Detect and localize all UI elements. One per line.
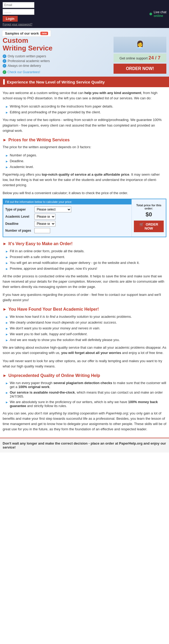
forgot-password-link[interactable]: Forgot your password?: [3, 23, 34, 26]
unprecedented-bullet-1: ► We run every paper through several pla…: [5, 380, 166, 390]
calc-order-button[interactable]: 🛒 ORDER NOW: [134, 221, 164, 232]
samples-bar: Samples of our work new: [2, 30, 51, 37]
easy-paragraph-1: All the order process is conducted onlin…: [3, 274, 166, 290]
login-form: Login Forgot your password?: [3, 2, 34, 26]
section-arrow-icon: ►: [3, 138, 7, 142]
red-bar-text: Experience the New Level of Writing Serv…: [7, 80, 105, 84]
service-bullets: ► Writing from scratch according to the …: [5, 104, 166, 115]
easy-arrow-3: ►: [5, 261, 8, 265]
type-of-paper-select[interactable]: Please select: [34, 207, 71, 212]
easy-arrow-2: ►: [5, 255, 8, 259]
online-badge: online: [154, 14, 166, 18]
calc-left: Fill out the information below to calcul…: [3, 199, 132, 237]
easy-arrow-1: ►: [5, 250, 8, 253]
cart-icon: 🛒: [139, 222, 144, 226]
easy-steps-list: ► Fill in an online order form, provide …: [5, 248, 166, 272]
unprecedented-arrow-icon: ►: [3, 373, 7, 378]
calc-label-deadline: Deadline: [5, 222, 34, 226]
hero-bullet-3: ✓ Always on-time delivery: [3, 63, 114, 68]
helper-bullet-4: ► We want you to feel safe, happy and se…: [5, 331, 166, 337]
hero-text: Custom Writing Service ✓ Only custom wri…: [3, 37, 114, 74]
hero-content: Custom Writing Service ✓ Only custom wri…: [0, 37, 169, 77]
order-now-button[interactable]: ORDER NOW!: [114, 64, 166, 74]
helper-arrow-3: ►: [5, 327, 8, 330]
samples-label: Samples of our work: [5, 31, 39, 35]
calc-total-price: $0: [145, 211, 152, 218]
guarantees-link[interactable]: ✓ Check our Guarantees!: [3, 70, 114, 74]
helper-section-title: ► You Have Found Your Best Academic Help…: [3, 307, 166, 312]
academic-level-select[interactable]: Please select: [34, 214, 55, 220]
easy-arrow-4: ►: [5, 267, 8, 271]
price-arrow-2: ►: [5, 160, 8, 163]
easy-step-2: ► Proceed with a safe online payment.: [5, 254, 166, 260]
hero-bullet-2: ✓ Professional academic writers: [3, 59, 114, 63]
easy-arrow-icon: ►: [3, 241, 7, 246]
hero-section: Samples of our work new Custom Writing S…: [0, 28, 169, 77]
helper-arrow-2: ►: [5, 321, 8, 325]
price-calculator: Fill out the information below to calcul…: [3, 199, 166, 237]
helper-arrow-4: ►: [5, 333, 8, 336]
helper-paragraph-1: We are talking about exclusive high-qual…: [3, 345, 166, 356]
easy-paragraph-2: If you have any questions regarding the …: [3, 292, 166, 303]
unprecedented-section-title: ► Unprecedented Quality of Online Writin…: [3, 373, 166, 378]
prices-paragraph-3: Below you will find a convenient calcula…: [3, 190, 166, 196]
header: Login Forgot your password? Live chat on…: [0, 0, 169, 28]
arrow-icon-1: ►: [5, 105, 8, 109]
cta-text: Don't wait any longer and make the corre…: [3, 441, 166, 449]
unprecedented-arrow-3: ►: [5, 400, 8, 404]
support-number: 24 / 7: [148, 55, 160, 60]
helper-bullet-3: ► We don't want you to waste your money …: [5, 325, 166, 331]
hero-bullet-1: ✓ Only custom written papers: [3, 54, 114, 59]
helper-bullet-1: ► We know how hard it is to find a trust…: [5, 314, 166, 320]
new-badge: new: [40, 32, 48, 35]
prices-intro: The price for the written assignment dep…: [3, 144, 166, 150]
check-icon-1: ✓: [3, 54, 6, 58]
price-factor-2: ► Deadline.: [5, 158, 166, 164]
easy-step-1: ► Fill in an online order form, provide …: [5, 248, 166, 254]
main-content: You are welcome at a custom writing serv…: [0, 87, 169, 438]
live-chat-label: Live chat: [154, 10, 166, 14]
helper-paragraph-2: You will never want to look for any othe…: [3, 358, 166, 369]
service-bullet-2: ► Editing and proofreading of the paper …: [5, 109, 166, 115]
hero-bullets: ✓ Only custom written papers ✓ Professio…: [3, 54, 114, 68]
helper-bullets-list: ► We know how hard it is to find a trust…: [5, 314, 166, 343]
unprecedented-bullet-3: ► We are absolutely sure in the proficie…: [5, 399, 166, 409]
price-arrow-3: ►: [5, 165, 8, 169]
prices-section-title: ► Prices for the Writing Services: [3, 138, 166, 142]
helper-arrow-icon: ►: [3, 307, 7, 312]
support-box: Get online support 24 / 7: [114, 54, 166, 62]
unprecedented-bullets-list: ► We run every paper through several pla…: [5, 380, 166, 409]
live-chat-text: Live chat online: [154, 10, 166, 18]
helper-arrow-5: ►: [5, 338, 8, 342]
unprecedented-arrow-2: ►: [5, 391, 8, 395]
price-factor-1: ► Number of pages.: [5, 152, 166, 158]
service-bullet-1: ► Writing from scratch according to the …: [5, 104, 166, 109]
calc-right: Total price for this order: $0 🛒 ORDER N…: [132, 199, 166, 237]
easy-step-4: ► Preview, approve and download the pape…: [5, 266, 166, 272]
calc-row-type: Type of paper Please select: [5, 207, 129, 212]
unprecedented-paragraph-1: As you can see, you don't risk anything …: [3, 411, 166, 432]
email-input[interactable]: [3, 2, 34, 8]
helper-bullet-5: ► And we are ready to show you the solut…: [5, 337, 166, 343]
unprecedented-arrow-1: ►: [5, 381, 8, 385]
price-factor-bullets: ► Number of pages. ► Deadline. ► Academi…: [5, 152, 166, 170]
check-green-icon: ✓: [3, 70, 6, 74]
footer-cta: Don't wait any longer and make the corre…: [0, 438, 169, 452]
calc-row-pages: Number of pages: [5, 228, 129, 233]
live-chat-section: Live chat online: [149, 10, 166, 18]
calc-row-deadline: Deadline Please select: [5, 221, 129, 227]
deadline-select[interactable]: Please select: [34, 221, 55, 227]
helper-arrow-1: ►: [5, 315, 8, 319]
login-button[interactable]: Login: [3, 16, 18, 22]
red-bar: Experience the New Level of Writing Serv…: [0, 77, 169, 87]
helper-bullet-2: ► We clearly understand how much depends…: [5, 320, 166, 325]
calc-label-level: Academic Level: [5, 215, 34, 218]
intro-paragraph-1: You are welcome at a custom writing serv…: [3, 90, 166, 101]
hero-title: Custom Writing Service: [3, 37, 114, 52]
calc-row-level: Academic Level Please select: [5, 214, 129, 220]
password-input[interactable]: [3, 9, 34, 15]
number-of-pages-input[interactable]: [34, 228, 50, 233]
support-label: Get online support: [120, 56, 148, 60]
online-indicator: [149, 13, 152, 15]
calc-label-pages: Number of pages: [5, 229, 34, 232]
